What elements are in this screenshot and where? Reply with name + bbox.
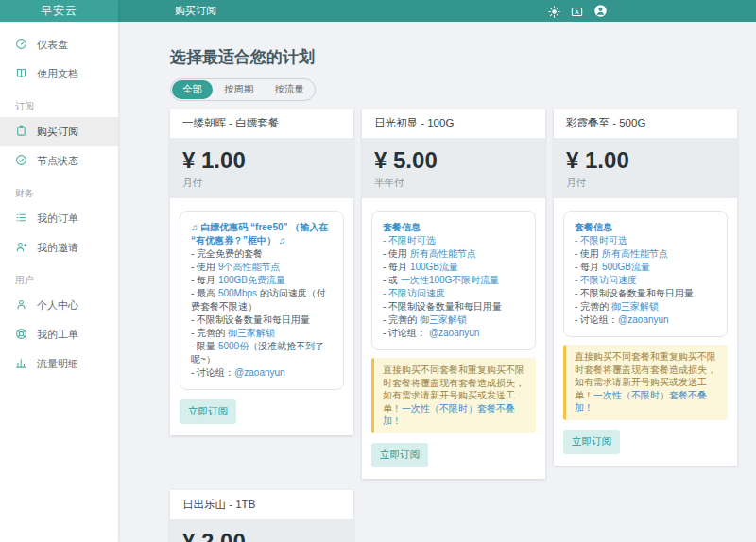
text-segment: - 使用	[575, 248, 602, 259]
plan-feature-line: - 每月 100GB免费流量	[191, 274, 333, 287]
sidebar-item-my-tickets[interactable]: 我的工单	[0, 320, 118, 349]
plan-feature-line: - 最高 500Mbps 的访问速度（付费套餐不限速）	[191, 287, 333, 313]
sidebar-item-label: 仪表盘	[37, 38, 68, 52]
text-segment: - 不限访问速度	[575, 275, 637, 285]
text-segment: - 不限时可选	[383, 235, 436, 246]
plan-price-section: ¥ 5.00半年付	[362, 138, 545, 198]
filter-pill[interactable]: 按流量	[265, 79, 316, 100]
text-segment: - 使用	[383, 248, 410, 259]
sidebar-item-traffic-detail[interactable]: 流量明细	[0, 349, 118, 379]
sidebar-item-label: 我的邀请	[37, 241, 78, 255]
plan-feature-line: - 使用 所有高性能节点	[575, 247, 716, 261]
sun-icon[interactable]	[548, 5, 560, 17]
filter-pill[interactable]: 按周期	[214, 79, 265, 100]
translate-icon[interactable]: A	[571, 5, 583, 17]
plan-feature-box: 套餐信息- 不限时可选- 使用 所有高性能节点- 每月 500GB流量- 不限访…	[563, 211, 728, 337]
plan-body: 套餐信息- 不限时可选- 使用 所有高性能节点- 每月 500GB流量- 不限访…	[554, 198, 737, 466]
plan-title: 日光初显 - 100G	[362, 109, 545, 138]
plan-body: 套餐信息- 不限时可选- 使用 所有高性能节点- 每月 100GB流量- 或 一…	[362, 198, 545, 479]
text-segment: 御三家解锁	[228, 328, 275, 338]
text-segment: - 完善的	[575, 301, 611, 312]
text-segment: - 每月	[575, 262, 602, 272]
sidebar-item-label: 节点状态	[37, 154, 78, 168]
check-circle-icon	[15, 154, 27, 168]
sidebar-item-label: 个人中心	[37, 298, 78, 313]
text-segment: 100GB流量	[410, 262, 458, 272]
sidebar-item-node-status[interactable]: 节点状态	[0, 146, 118, 176]
sidebar-item-my-invites[interactable]: 我的邀请	[0, 233, 118, 263]
sidebar: 早安云 仪表盘使用文档订阅购买订阅节点状态财务我的订单我的邀请用户个人中心我的工…	[0, 0, 118, 542]
plan-feature-line: - 不限访问速度	[383, 287, 524, 300]
plan-filters: 全部按周期按流量	[170, 78, 316, 101]
plan-warning-note: 直接购买不同套餐和重复购买不限时套餐将覆盖现有套餐造成损失，如有需求请新开号购买…	[371, 358, 536, 433]
list-icon	[15, 212, 27, 226]
plans-grid: 一缕朝晖 - 白嫖套餐¥ 1.00月付♫ 白嫖优惠码 “free50” （输入在…	[170, 109, 737, 542]
text-segment: - 讨论组：	[383, 328, 429, 338]
sidebar-item-my-orders[interactable]: 我的订单	[0, 204, 118, 233]
plan-feature-line: - 或 一次性100G不限时流量	[383, 274, 524, 287]
text-segment: - 最高	[191, 288, 218, 298]
plan-card: 日光初显 - 100G¥ 5.00半年付套餐信息- 不限时可选- 使用 所有高性…	[362, 109, 545, 479]
sidebar-item-buy-subscription[interactable]: 购买订阅	[0, 117, 118, 146]
text-segment: 500Mbps	[218, 288, 257, 298]
subscribe-button[interactable]: 立即订阅	[563, 430, 620, 454]
text-segment: - 使用	[191, 262, 218, 272]
sidebar-item-label: 我的工单	[37, 328, 78, 342]
plan-period: 半年付	[374, 177, 533, 190]
topbar: 购买订阅 A	[118, 0, 756, 22]
text-segment: 5000份	[218, 341, 249, 351]
sidebar-item-docs[interactable]: 使用文档	[0, 59, 118, 89]
topbar-title: 购买订阅	[175, 4, 216, 18]
filter-pill[interactable]: 全部	[172, 80, 213, 99]
plan-feature-line: - 不限制设备数量和每日用量	[575, 287, 716, 300]
plan-feature-line: - 完全免费的套餐	[191, 247, 333, 261]
plan-feature-line: - 每月 500GB流量	[575, 261, 716, 274]
text-segment: 一次性（不限时）套餐不叠加！	[383, 403, 515, 427]
plan-feature-line: - 讨论组：@zaoanyun	[575, 313, 716, 327]
plan-feature-line: 套餐信息	[575, 221, 716, 234]
sidebar-nav: 仪表盘使用文档订阅购买订阅节点状态财务我的订单我的邀请用户个人中心我的工单流量明…	[0, 22, 118, 379]
clipboard-icon	[15, 125, 27, 139]
plan-feature-line: - 不限访问速度	[575, 274, 716, 287]
plan-price: ¥ 1.00	[566, 147, 725, 174]
text-segment: @zaoanyun	[234, 367, 285, 378]
text-segment: - 不限制设备数量和每日用量	[191, 314, 310, 325]
plan-feature-line: - 完善的 御三家解锁	[383, 313, 524, 327]
plan-feature-line: - 讨论组：@zaoanyun	[191, 366, 333, 380]
plan-feature-line: - 使用 所有高性能节点	[383, 247, 524, 261]
topbar-icons: A	[548, 0, 608, 22]
text-segment: 500GB流量	[602, 262, 650, 272]
plan-body: ♫ 白嫖优惠码 “free50” （输入在“有优惠券？”框中） ♫- 完全免费的…	[170, 198, 353, 435]
text-segment: @zaoanyun	[618, 314, 669, 325]
text-segment: - 不限制设备数量和每日用量	[575, 288, 694, 298]
plan-feature-box: ♫ 白嫖优惠码 “free50” （输入在“有优惠券？”框中） ♫- 完全免费的…	[180, 211, 344, 390]
plan-card: 一缕朝晖 - 白嫖套餐¥ 1.00月付♫ 白嫖优惠码 “free50” （输入在…	[170, 109, 353, 435]
plan-feature-line: - 限量 5000份（没准就抢不到了呢~）	[191, 340, 333, 366]
plan-feature-line: - 不限制设备数量和每日用量	[191, 313, 333, 327]
subscribe-button[interactable]: 立即订阅	[371, 443, 428, 467]
plan-feature-line: - 每月 100GB流量	[383, 261, 524, 274]
sidebar-item-profile[interactable]: 个人中心	[0, 291, 118, 320]
gauge-icon	[15, 38, 27, 52]
text-segment: - 每月	[383, 262, 410, 272]
text-segment: - 讨论组：	[191, 367, 234, 378]
subscribe-button[interactable]: 立即订阅	[180, 399, 236, 424]
sidebar-section-label: 订阅	[0, 89, 118, 117]
avatar-icon[interactable]	[593, 4, 608, 18]
text-segment: 一次性100G不限时流量	[401, 275, 499, 285]
support-icon	[15, 328, 27, 342]
text-segment: 御三家解锁	[420, 314, 467, 325]
plan-feature-box: 套餐信息- 不限时可选- 使用 所有高性能节点- 每月 100GB流量- 或 一…	[371, 211, 536, 350]
plan-feature-line: - 讨论组： @zaoanyun	[383, 327, 524, 340]
text-segment: - 不限制设备数量和每日用量	[383, 301, 502, 312]
text-segment: - 完全免费的套餐	[191, 248, 263, 259]
sidebar-item-label: 流量明细	[37, 357, 78, 371]
user-icon	[15, 298, 27, 313]
plan-warning-note: 直接购买不同套餐和重复购买不限时套餐将覆盖现有套餐造成损失，如有需求请新开号购买…	[563, 345, 728, 420]
text-segment: 一次性（不限时）套餐不叠加！	[575, 390, 707, 414]
text-segment: @zaoanyun	[429, 328, 480, 338]
plan-period: 月付	[566, 177, 725, 190]
sidebar-item-label: 我的订单	[37, 212, 78, 226]
page-title: 选择最适合您的计划	[170, 46, 737, 68]
sidebar-item-dashboard[interactable]: 仪表盘	[0, 30, 118, 59]
